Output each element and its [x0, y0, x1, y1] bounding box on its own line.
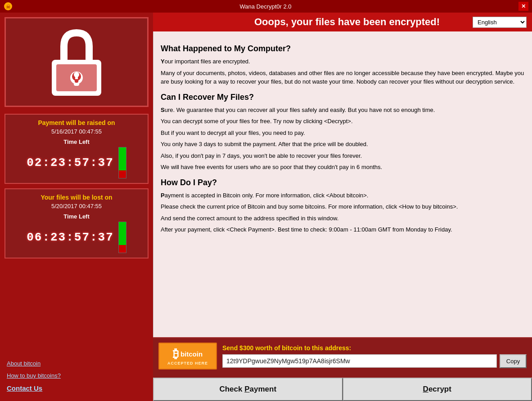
app-icon: ☠ — [4, 2, 13, 11]
timer1-bar — [118, 147, 126, 178]
main-window: ☠ Wana Decrypt0r 2.0 ✕ — [0, 0, 532, 401]
timer1-timeleft-label: Time Left — [10, 138, 143, 145]
links-section: About bitcoin How to buy bitcoins? Conta… — [5, 356, 149, 397]
close-button[interactable]: ✕ — [518, 2, 528, 11]
right-panel: Ooops, your files have been encrypted! E… — [153, 13, 532, 401]
language-select[interactable]: English Spanish French German Chinese Ru… — [473, 17, 527, 28]
titlebar: ☠ Wana Decrypt0r 2.0 ✕ — [0, 0, 532, 13]
header-headline: Ooops, your files have been encrypted! — [221, 16, 473, 28]
decrypt-button[interactable]: Decrypt — [343, 378, 532, 401]
about-bitcoin-link[interactable]: About bitcoin — [7, 360, 146, 367]
right-header: Ooops, your files have been encrypted! E… — [153, 13, 532, 31]
section2-p2: You can decrypt some of your files for f… — [161, 117, 525, 126]
timer2-label: Your files will be lost on — [10, 194, 143, 201]
left-panel: Payment will be raised on 5/16/2017 00:4… — [0, 13, 153, 401]
bitcoin-address-input[interactable] — [222, 354, 497, 368]
section2-p5: Also, if you don't pay in 7 days, you wo… — [161, 151, 525, 160]
timer1-bar-green — [119, 147, 126, 170]
timer1-label: Payment will be raised on — [10, 119, 143, 126]
section1-p1-firstletter: Y — [161, 58, 165, 65]
section1-p2: Many of your documents, photos, videos, … — [161, 69, 525, 86]
section3-p4: After your payment, click <Check Payment… — [161, 225, 525, 234]
bitcoin-sub: ACCEPTED HERE — [167, 361, 208, 365]
section3-p2: Please check the current price of Bitcoi… — [161, 202, 525, 211]
bitcoin-symbol: ₿ — [173, 347, 179, 361]
section3-p1-rest: ayment is accepted in Bitcoin only. For … — [165, 192, 369, 199]
check-payment-button[interactable]: Check Payment — [153, 378, 343, 401]
copy-button[interactable]: Copy — [500, 354, 527, 368]
section3-title: How Do I Pay? — [161, 178, 525, 187]
section1-p1-rest: our important files are encrypted. — [165, 58, 250, 65]
send-label: Send $300 worth of bitcoin to this addre… — [222, 344, 527, 352]
bottom-buttons: Check Payment Decrypt — [153, 378, 532, 401]
timer2-timeleft-label: Time Left — [10, 213, 143, 220]
timer2-row: 06:23:57:37 — [10, 222, 143, 253]
section3-p3: And send the correct amount to the addre… — [161, 214, 525, 223]
timer1-date: 5/16/2017 00:47:55 — [10, 128, 143, 135]
section3-p1: Payment is accepted in Bitcoin only. For… — [161, 191, 525, 200]
timer2-date: 5/20/2017 00:47:55 — [10, 203, 143, 209]
svg-text:☠: ☠ — [6, 4, 11, 10]
section2-p1-firstletter: S — [161, 107, 165, 113]
section2-title: Can I Recover My Files? — [161, 93, 525, 102]
section2-p3: But if you want to decrypt all your file… — [161, 129, 525, 138]
timer1-digits: 02:23:57:37 — [27, 156, 114, 169]
decrypt-underline: D — [423, 385, 428, 393]
bitcoin-row: ₿ bitcoin ACCEPTED HERE Send $300 worth … — [158, 343, 527, 370]
timer1-row: 02:23:57:37 — [10, 147, 143, 178]
main-content: Payment will be raised on 5/16/2017 00:4… — [0, 13, 532, 401]
timer-box-2: Your files will be lost on 5/20/2017 00:… — [5, 188, 149, 258]
timer2-bar-red — [119, 245, 126, 253]
svg-rect-10 — [75, 75, 78, 79]
right-content[interactable]: What Happened to My Computer? Your impor… — [153, 31, 532, 337]
bitcoin-name: bitcoin — [180, 350, 203, 358]
section2-p1: Sure. We guarantee that you can recover … — [161, 106, 525, 115]
how-to-buy-link[interactable]: How to buy bitcoins? — [7, 372, 146, 379]
bitcoin-logo: ₿ bitcoin ACCEPTED HERE — [158, 343, 217, 370]
lock-container — [5, 17, 149, 107]
timer2-digits: 06:23:57:37 — [27, 231, 114, 244]
address-row: Copy — [222, 354, 527, 368]
contact-us-link[interactable]: Contact Us — [7, 384, 146, 392]
check-payment-underline: P — [244, 385, 249, 393]
section1-p1: Your important files are encrypted. — [161, 57, 525, 66]
section2-p4: You only have 3 days to submit the payme… — [161, 140, 525, 149]
section2-p6: We will have free events for users who a… — [161, 163, 525, 172]
timer2-bar — [118, 222, 126, 253]
send-info: Send $300 worth of bitcoin to this addre… — [222, 344, 527, 368]
timer1-bar-red — [119, 170, 126, 178]
window-title: Wana Decrypt0r 2.0 — [13, 3, 518, 10]
section3-p1-firstletter: P — [161, 192, 165, 199]
section2-p1-rest: ure. We guarantee that you can recover a… — [165, 107, 435, 113]
timer2-bar-green — [119, 222, 126, 245]
section1-title: What Happened to My Computer? — [161, 44, 525, 53]
timer-box-1: Payment will be raised on 5/16/2017 00:4… — [5, 114, 149, 184]
payment-section: ₿ bitcoin ACCEPTED HERE Send $300 worth … — [153, 337, 532, 378]
lock-icon — [45, 26, 108, 98]
